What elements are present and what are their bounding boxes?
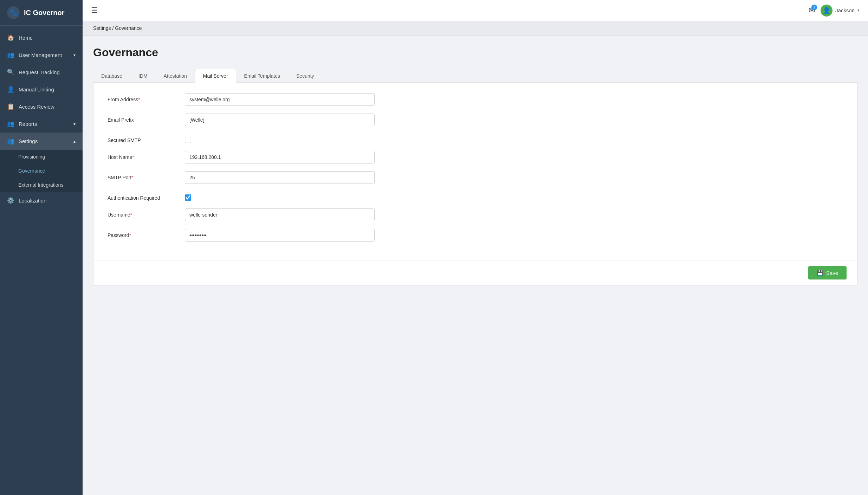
auth-required-checkbox-wrap	[185, 192, 191, 201]
sidebar-item-user-management-label: User Management	[19, 52, 62, 58]
sidebar-item-home-label: Home	[19, 35, 33, 41]
username-required-marker: *	[130, 212, 132, 218]
form-card: From Address* Email Prefix Secured SMTP	[93, 83, 857, 260]
sidebar-item-request-tracking-label: Request Tracking	[19, 69, 60, 75]
auth-required-checkbox[interactable]	[185, 194, 191, 201]
sidebar-item-settings-label: Settings	[19, 138, 38, 144]
sidebar-item-manual-linking-label: Manual Linking	[19, 86, 54, 92]
auth-required-label: Authentication Required	[108, 192, 185, 201]
mail-badge: 1	[811, 5, 817, 10]
user-name: Jackson	[835, 7, 855, 13]
password-input[interactable]	[185, 229, 375, 242]
chevron-up-icon-settings: ▴	[73, 139, 76, 144]
smtp-port-input[interactable]	[185, 171, 375, 184]
secured-smtp-checkbox-wrap	[185, 134, 191, 143]
tab-database[interactable]: Database	[93, 69, 130, 83]
secured-smtp-checkbox[interactable]	[185, 137, 191, 143]
sidebar-item-user-management[interactable]: 👥 User Management ▾	[0, 46, 83, 64]
sidebar-item-request-tracking[interactable]: 🔍 Request Tracking	[0, 64, 83, 81]
main-area: ☰ ✉ 1 👤 Jackson ▾ Settings / Governance …	[83, 0, 868, 495]
sidebar-item-settings[interactable]: 👥 Settings ▴	[0, 133, 83, 150]
tab-bar: Database IDM Attestation Mail Server Ema…	[93, 69, 857, 83]
hamburger-button[interactable]: ☰	[91, 6, 98, 15]
access-review-icon: 📋	[7, 103, 14, 110]
save-button[interactable]: 💾 Save	[808, 266, 847, 279]
sidebar-item-manual-linking[interactable]: 👤 Manual Linking	[0, 81, 83, 98]
secured-smtp-row: Secured SMTP	[108, 134, 843, 143]
host-name-required-marker: *	[132, 154, 134, 160]
save-icon: 💾	[817, 270, 823, 276]
from-address-row: From Address*	[108, 93, 843, 106]
tab-mail-server[interactable]: Mail Server	[195, 69, 236, 83]
avatar: 👤	[821, 5, 833, 17]
password-required-marker: *	[129, 232, 131, 238]
sidebar-item-localization[interactable]: ⚙️ Localization	[0, 192, 83, 209]
username-row: Username*	[108, 208, 843, 221]
email-prefix-input[interactable]	[185, 114, 375, 126]
tab-attestation[interactable]: Attestation	[156, 69, 195, 83]
mail-button[interactable]: ✉ 1	[809, 6, 815, 15]
from-address-input[interactable]	[185, 93, 375, 106]
password-label: Password*	[108, 229, 185, 238]
avatar-icon: 👤	[823, 7, 830, 14]
smtp-port-row: SMTP Port*	[108, 171, 843, 184]
breadcrumb-current: Governance	[115, 25, 142, 31]
from-address-required-marker: *	[138, 97, 140, 102]
sidebar-item-access-review[interactable]: 📋 Access Review	[0, 98, 83, 115]
username-label: Username*	[108, 208, 185, 218]
sidebar-item-external-integrations-label: External Integrations	[18, 182, 63, 188]
page-body: Governance Database IDM Attestation Mail…	[83, 36, 868, 296]
user-menu-button[interactable]: 👤 Jackson ▾	[821, 5, 860, 17]
request-tracking-icon: 🔍	[7, 69, 14, 76]
host-name-input[interactable]	[185, 151, 375, 163]
sidebar-item-governance-label: Governance	[18, 168, 45, 174]
host-name-row: Host Name*	[108, 151, 843, 163]
email-prefix-label: Email Prefix	[108, 114, 185, 123]
breadcrumb: Settings / Governance	[83, 21, 868, 36]
tab-idm[interactable]: IDM	[130, 69, 156, 83]
home-icon: 🏠	[7, 34, 14, 41]
settings-icon: 👥	[7, 137, 14, 145]
user-chevron-down-icon: ▾	[857, 8, 860, 13]
save-label: Save	[826, 270, 838, 276]
app-name: IC Governor	[24, 9, 65, 17]
tab-email-templates[interactable]: Email Templates	[236, 69, 288, 83]
reports-icon: 👥	[7, 120, 14, 128]
logo-icon: 🐾	[7, 6, 20, 19]
secured-smtp-label: Secured SMTP	[108, 134, 185, 143]
sidebar-nav: 🏠 Home 👥 User Management ▾ 🔍 Request Tra…	[0, 26, 83, 495]
sidebar-item-provisioning[interactable]: Provisioning	[0, 150, 83, 164]
content-area: Settings / Governance Governance Databas…	[83, 21, 868, 495]
form-footer: 💾 Save	[93, 260, 857, 285]
localization-icon: ⚙️	[7, 197, 14, 204]
breadcrumb-parent[interactable]: Settings	[93, 25, 111, 31]
sidebar-item-provisioning-label: Provisioning	[18, 154, 45, 160]
user-management-icon: 👥	[7, 51, 14, 59]
email-prefix-row: Email Prefix	[108, 114, 843, 126]
sidebar-item-reports-label: Reports	[19, 121, 37, 127]
password-row: Password*	[108, 229, 843, 242]
tab-security[interactable]: Security	[288, 69, 322, 83]
settings-submenu: Provisioning Governance External Integra…	[0, 150, 83, 192]
smtp-port-label: SMTP Port*	[108, 171, 185, 180]
header: ☰ ✉ 1 👤 Jackson ▾	[83, 0, 868, 21]
sidebar-item-home[interactable]: 🏠 Home	[0, 29, 83, 46]
sidebar-item-localization-label: Localization	[19, 198, 46, 204]
host-name-label: Host Name*	[108, 151, 185, 160]
page-title: Governance	[93, 46, 857, 59]
sidebar: 🐾 IC Governor 🏠 Home 👥 User Management ▾…	[0, 0, 83, 495]
auth-required-row: Authentication Required	[108, 192, 843, 201]
sidebar-item-governance[interactable]: Governance	[0, 164, 83, 178]
sidebar-item-reports[interactable]: 👥 Reports ▾	[0, 115, 83, 133]
from-address-label: From Address*	[108, 93, 185, 102]
chevron-down-icon-reports: ▾	[73, 122, 76, 127]
smtp-port-required-marker: *	[131, 175, 133, 180]
chevron-down-icon: ▾	[73, 53, 76, 58]
sidebar-item-external-integrations[interactable]: External Integrations	[0, 178, 83, 192]
app-logo[interactable]: 🐾 IC Governor	[0, 0, 83, 26]
username-input[interactable]	[185, 208, 375, 221]
manual-linking-icon: 👤	[7, 86, 14, 93]
sidebar-item-access-review-label: Access Review	[19, 104, 54, 110]
